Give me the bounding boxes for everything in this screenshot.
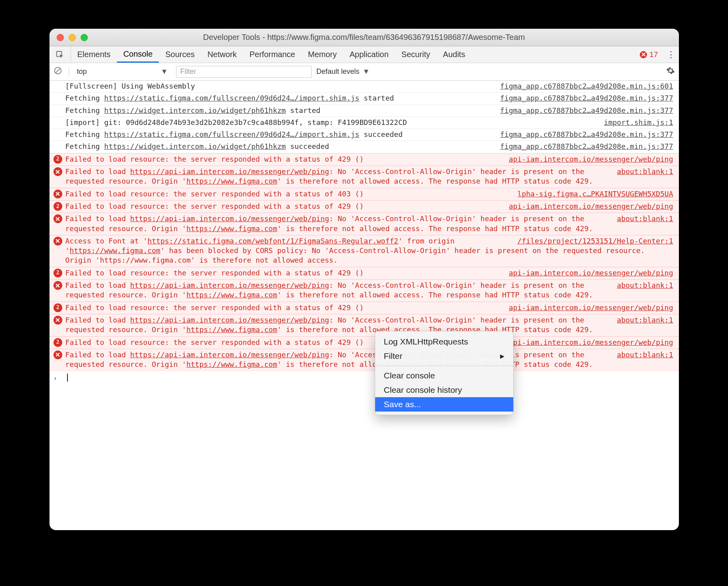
log-message: Fetching https://widget.intercom.io/widg… (65, 106, 320, 115)
tab-memory[interactable]: Memory (302, 46, 343, 63)
error-icon (640, 51, 647, 58)
context-menu: Log XMLHttpRequestsFilter▶Clear consoleC… (375, 331, 514, 415)
tab-sources[interactable]: Sources (159, 46, 201, 63)
context-value: top (77, 67, 87, 76)
console-row[interactable]: 2api-iam.intercom.io/messenger/web/pingF… (49, 153, 679, 166)
log-message: Fetching https://static.figma.com/fullsc… (65, 94, 394, 102)
console-row[interactable]: about:blank:1Failed to load https://api-… (49, 166, 679, 188)
repeat-count-badge: 2 (53, 155, 62, 164)
source-link[interactable]: api-iam.intercom.io/messenger/web/ping (502, 268, 673, 278)
console-row[interactable]: about:blank:1Failed to load https://api-… (49, 314, 679, 337)
filter-input[interactable]: Filter (176, 66, 312, 78)
log-message: [Fullscreen] Using WebAssembly (65, 82, 195, 90)
log-message: Failed to load resource: the server resp… (65, 338, 364, 346)
menu-item-filter[interactable]: Filter▶ (375, 349, 513, 363)
window-title: Developer Tools - https://www.figma.com/… (49, 33, 679, 42)
log-message: Failed to load https://api-iam.intercom.… (65, 167, 593, 185)
submenu-arrow-icon: ▶ (500, 352, 504, 360)
error-icon (53, 316, 62, 325)
menu-item-label: Log XMLHttpRequests (384, 336, 468, 347)
source-link[interactable]: figma_app.c67887bbc2…a49d208e.min.js:377 (494, 93, 673, 103)
console-row[interactable]: 2api-iam.intercom.io/messenger/web/pingF… (49, 337, 679, 349)
log-message: Failed to load https://api-iam.intercom.… (65, 214, 593, 232)
menu-separator (375, 366, 513, 366)
log-message: Failed to load resource: the server resp… (65, 269, 364, 277)
source-link[interactable]: api-iam.intercom.io/messenger/web/ping (502, 154, 673, 164)
console-row[interactable]: about:blank:1Failed to load https://api-… (49, 213, 679, 235)
menu-item-save-as[interactable]: Save as... (375, 397, 513, 412)
console-row[interactable]: 2api-iam.intercom.io/messenger/web/pingF… (49, 200, 679, 213)
error-icon (53, 237, 62, 245)
log-levels-selector[interactable]: Default levels ▼ (317, 67, 370, 76)
chevron-down-icon: ▼ (363, 67, 370, 76)
console-row[interactable]: lpha-sig.figma.c…PKAINTVSUGEWH5XD5UAFail… (49, 188, 679, 200)
filter-placeholder: Filter (180, 67, 196, 76)
tab-network[interactable]: Network (201, 46, 243, 63)
source-link[interactable]: figma_app.c67887bbc2…a49d208e.min.js:377 (494, 106, 673, 115)
menu-item-label: Clear console (384, 370, 435, 381)
tab-performance[interactable]: Performance (243, 46, 302, 63)
tab-application[interactable]: Application (343, 46, 395, 63)
log-message: Failed to load resource: the server resp… (65, 202, 364, 210)
log-message: Fetching https://static.figma.com/fullsc… (65, 130, 403, 139)
error-summary[interactable]: 17 (635, 46, 663, 63)
source-link[interactable]: api-iam.intercom.io/messenger/web/ping (502, 303, 673, 313)
levels-value: Default levels (317, 67, 360, 76)
input-cursor (67, 374, 68, 382)
console-row[interactable]: figma_app.c67887bbc2…a49d208e.min.js:601… (49, 81, 679, 93)
menu-item-label: Save as... (384, 399, 421, 410)
console-output: figma_app.c67887bbc2…a49d208e.min.js:601… (49, 81, 679, 530)
console-row[interactable]: about:blank:1Failed to load https://api-… (49, 279, 679, 302)
titlebar: Developer Tools - https://www.figma.com/… (49, 29, 679, 46)
repeat-count-badge: 2 (53, 269, 62, 277)
source-link[interactable]: about:blank:1 (611, 167, 673, 176)
tab-console[interactable]: Console (117, 46, 159, 63)
console-row[interactable]: figma_app.c67887bbc2…a49d208e.min.js:377… (49, 105, 679, 117)
console-row[interactable]: about:blank:1Failed to load https://api-… (49, 349, 679, 371)
console-row[interactable]: figma_app.c67887bbc2…a49d208e.min.js:377… (49, 93, 679, 105)
menu-item-clear-console-history[interactable]: Clear console history (375, 383, 513, 397)
tab-elements[interactable]: Elements (71, 46, 117, 63)
log-message: Fetching https://widget.intercom.io/widg… (65, 142, 329, 150)
console-prompt[interactable]: › (49, 371, 679, 399)
context-selector[interactable]: top ▼ (74, 66, 171, 78)
inspect-element-icon[interactable] (49, 46, 71, 63)
error-icon (53, 167, 62, 176)
source-link[interactable]: figma_app.c67887bbc2…a49d208e.min.js:377 (494, 130, 673, 139)
error-icon (53, 214, 62, 223)
source-link[interactable]: about:blank:1 (611, 350, 673, 360)
log-message: Failed to load https://api-iam.intercom.… (65, 316, 593, 334)
console-row[interactable]: import.shim.js:1[import] git: 09d6d248de… (49, 117, 679, 129)
source-link[interactable]: lpha-sig.figma.c…PKAINTVSUGEWH5XD5UA (511, 189, 673, 199)
devtools-window: Developer Tools - https://www.figma.com/… (49, 29, 679, 530)
console-row[interactable]: 2api-iam.intercom.io/messenger/web/pingF… (49, 267, 679, 279)
console-filter-bar: top ▼ Filter Default levels ▼ (49, 63, 679, 81)
log-message: Failed to load resource: the server resp… (65, 303, 364, 312)
repeat-count-badge: 2 (53, 202, 62, 211)
source-link[interactable]: api-iam.intercom.io/messenger/web/ping (502, 202, 673, 211)
more-menu-icon[interactable]: ⋮ (663, 46, 679, 63)
source-link[interactable]: api-iam.intercom.io/messenger/web/ping (502, 338, 673, 347)
log-message: Failed to load https://api-iam.intercom.… (65, 350, 593, 368)
source-link[interactable]: figma_app.c67887bbc2…a49d208e.min.js:601 (494, 81, 673, 91)
console-row[interactable]: 2api-iam.intercom.io/messenger/web/pingF… (49, 302, 679, 314)
menu-item-log-xmlhttprequests[interactable]: Log XMLHttpRequests (375, 335, 513, 349)
menu-item-clear-console[interactable]: Clear console (375, 368, 513, 383)
source-link[interactable]: about:blank:1 (611, 315, 673, 325)
repeat-count-badge: 2 (53, 303, 62, 312)
source-link[interactable]: about:blank:1 (611, 281, 673, 290)
console-settings-icon[interactable] (666, 66, 675, 77)
chevron-down-icon: ▼ (161, 67, 168, 76)
console-row[interactable]: /files/project/1253151/Help-Center:1Acce… (49, 235, 679, 267)
tab-audits[interactable]: Audits (437, 46, 472, 63)
source-link[interactable]: import.shim.js:1 (597, 118, 673, 127)
tab-security[interactable]: Security (395, 46, 437, 63)
source-link[interactable]: /files/project/1253151/Help-Center:1 (511, 236, 673, 246)
prompt-caret-icon: › (54, 373, 57, 383)
console-row[interactable]: figma_app.c67887bbc2…a49d208e.min.js:377… (49, 141, 679, 153)
source-link[interactable]: about:blank:1 (611, 214, 673, 224)
clear-console-icon[interactable] (53, 66, 64, 77)
log-message: Failed to load https://api-iam.intercom.… (65, 281, 593, 299)
source-link[interactable]: figma_app.c67887bbc2…a49d208e.min.js:377 (494, 142, 673, 151)
console-row[interactable]: figma_app.c67887bbc2…a49d208e.min.js:377… (49, 129, 679, 141)
